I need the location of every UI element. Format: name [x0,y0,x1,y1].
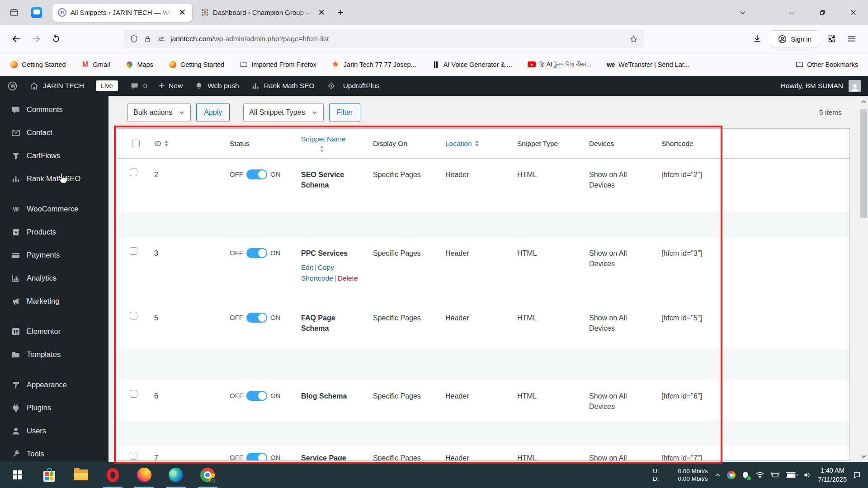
site-name-menu[interactable]: JARIN TECH [29,81,84,91]
minimize-button[interactable] [781,4,802,22]
status-toggle[interactable] [246,453,267,461]
menu-button[interactable] [842,30,862,48]
net-speed-meter[interactable]: U: 0.00 Mbit/s D: 0.00 Mbit/s [653,468,708,482]
page-scrollbar[interactable] [859,96,868,462]
permissions-icon[interactable] [156,34,166,44]
sidebar-item[interactable]: Rank Math SEO [0,167,108,190]
wifi-icon[interactable] [755,471,764,479]
close-tab-icon[interactable]: ✕ [177,8,188,17]
status-toggle[interactable] [246,248,267,258]
sidebar-item[interactable]: Contact [0,121,108,144]
snippet-name[interactable]: Blog Schema [301,391,364,401]
new-content-menu[interactable]: + New [159,81,183,91]
hidden-icons-button[interactable] [714,472,721,479]
column-header-location[interactable]: Location [441,140,513,148]
tab-all-snippets[interactable]: JT All Snippets ‹ JARIN TECH — Wo ✕ [52,4,192,22]
firefox-button[interactable] [128,462,160,488]
select-all-checkbox[interactable] [132,140,140,147]
sidebar-item[interactable]: Analytics [0,267,108,290]
new-tab-button[interactable]: + [331,7,350,19]
column-header-id[interactable]: ID [150,140,225,148]
scroll-down-icon[interactable] [859,451,868,461]
close-window-button[interactable] [843,4,863,22]
extensions-button[interactable] [822,30,842,48]
sidebar-item[interactable]: Plugins [0,396,108,419]
sidebar-item[interactable]: Templates [0,343,108,366]
avatar[interactable] [849,80,861,92]
snippet-name[interactable]: FAQ Page Schema [301,313,364,333]
status-toggle[interactable] [246,169,267,179]
row-checkbox[interactable] [130,247,137,255]
chrome-button[interactable] [192,462,223,488]
bookmark-item[interactable]: Maps [125,61,153,69]
downloads-button[interactable] [747,30,767,48]
opera-button[interactable] [97,462,128,488]
tab-dashboard[interactable]: Dashboard ‹ Champion Group – ✕ [196,4,331,22]
bookmark-item[interactable]: Jarin Tech 77 77 Josep... [332,61,416,69]
row-checkbox[interactable] [130,169,137,176]
defender-shield-icon[interactable] [741,471,750,479]
filter-button[interactable]: Filter [329,103,361,122]
edit-link[interactable]: Edit [301,263,313,271]
close-tab-icon[interactable]: ✕ [316,8,327,17]
battery-icon[interactable] [786,472,796,478]
edge-button[interactable] [160,462,192,488]
row-checkbox[interactable] [130,312,137,319]
bulk-actions-select[interactable]: Bulk actions [127,103,191,122]
snippet-name[interactable]: PPC Services [301,248,364,258]
live-badge[interactable]: Live [96,80,118,91]
snippet-types-select[interactable]: All Snippet Types [243,103,323,122]
row-checkbox[interactable] [130,390,137,398]
comments-menu[interactable]: 0 [130,81,147,91]
sidebar-item[interactable]: Elementor [0,320,108,343]
bookmark-item[interactable]: Getting Started [10,61,66,69]
volume-icon[interactable] [802,471,811,479]
back-button[interactable] [6,30,26,48]
tracking-shield-icon[interactable] [129,34,139,44]
list-all-tabs-button[interactable] [732,4,753,22]
url-text[interactable]: jarintech.com/wp-admin/admin.php?page=hf… [170,35,624,43]
sidebar-item[interactable]: Users [0,419,108,442]
status-toggle[interactable] [246,391,267,401]
bookmark-item[interactable]: M Gmail [81,61,110,69]
bookmark-item[interactable]: Getting Started [169,61,225,69]
bookmark-item[interactable]: Other Bookmarks [795,61,858,69]
wp-logo-menu[interactable] [7,81,18,91]
scroll-up-icon[interactable] [859,97,868,107]
pinned-tab[interactable] [26,4,47,22]
action-center-button[interactable] [852,470,862,479]
status-toggle[interactable] [246,313,267,323]
rank-math-menu[interactable]: Rank Math SEO [251,81,315,90]
sidebar-item[interactable]: Marketing [0,290,108,313]
microsoft-store-button[interactable] [33,462,65,488]
row-checkbox[interactable] [130,452,137,460]
sign-in-button[interactable]: Sign in [771,30,818,47]
lock-icon[interactable] [143,35,152,43]
sidebar-item[interactable]: W WooCommerce [0,197,108,221]
clock[interactable]: 1:40 AM 7/11/2025 [818,466,847,484]
sidebar-item[interactable]: Products [0,221,108,244]
column-header-snippet-name[interactable]: Snippet Name [297,135,368,152]
start-button[interactable] [2,462,33,488]
sidebar-item[interactable]: CartFlows [0,144,108,167]
delete-link[interactable]: Delete [338,274,358,282]
bookmark-item[interactable]: we WeTransfer | Send Lar... [607,61,689,69]
url-bar[interactable]: jarintech.com/wp-admin/admin.php?page=hf… [124,30,644,48]
bookmark-star-icon[interactable] [629,34,638,44]
updraftplus-menu[interactable]: UpdraftPlus [326,81,380,91]
snippet-name[interactable]: Service Page [301,453,364,461]
restore-button[interactable] [812,4,833,22]
bookmark-item[interactable]: AI Voice Generator & ... [432,61,512,69]
howdy-label[interactable]: Howdy, BM SUMAN [781,82,843,90]
web-push-menu[interactable]: Web push [194,81,239,90]
reload-button[interactable] [46,30,66,48]
forward-button[interactable] [26,30,46,48]
google-app-tray-icon[interactable] [727,471,736,479]
scrollbar-thumb[interactable] [860,109,867,218]
bookmark-item[interactable]: Imported From Firefox [240,61,316,69]
sidebar-item[interactable]: Comments [0,98,108,121]
cast-device-icon[interactable] [770,471,780,479]
snippet-name[interactable]: SEO Service Schema [301,169,364,190]
sidebar-item[interactable]: Appearance [0,373,108,396]
sidebar-item[interactable]: Payments [0,244,108,267]
